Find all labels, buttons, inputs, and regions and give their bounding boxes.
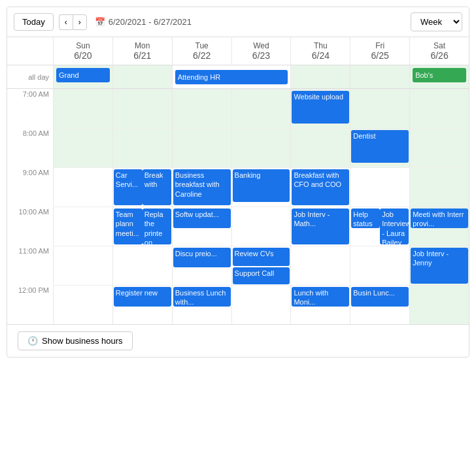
event-car-service[interactable]: Car Servi... <box>114 169 143 205</box>
view-select[interactable]: Week Day Month <box>411 12 462 31</box>
col-thu-7am[interactable]: Website upload <box>290 89 350 128</box>
day-header-tue: Tue 6/22 <box>172 37 231 65</box>
allday-cell-fri[interactable] <box>350 65 409 88</box>
col-wed-7am[interactable] <box>231 89 291 128</box>
col-fri-11am[interactable] <box>350 246 409 285</box>
calendar-icon: 📅 <box>95 17 105 27</box>
day-header-wed: Wed 6/23 <box>231 37 291 65</box>
allday-cell-thu[interactable] <box>290 65 350 88</box>
allday-cell-mon[interactable] <box>112 65 172 88</box>
today-button[interactable]: Today <box>14 13 54 31</box>
col-tue-8am[interactable] <box>172 128 231 167</box>
event-discuss-preio[interactable]: Discu preio... <box>173 248 231 267</box>
col-sat-7am[interactable] <box>409 89 469 128</box>
time-label-9am: 9:00 AM <box>7 167 53 207</box>
time-label-11am: 11:00 AM <box>7 246 53 285</box>
col-fri-10am[interactable]: Help status meeti... Job Interview - Lau… <box>350 207 409 246</box>
col-mon-11am[interactable] <box>112 246 172 285</box>
col-wed-8am[interactable] <box>231 128 291 167</box>
event-banking[interactable]: Banking <box>233 169 290 202</box>
allday-event-grand[interactable]: Grand <box>56 68 110 82</box>
col-tue-10am[interactable]: Softw updat... <box>172 207 231 246</box>
col-sat-11am[interactable]: Job Interv - Jenny <box>409 246 469 285</box>
footer: 🕐 Show business hours <box>7 324 469 357</box>
col-sun-7am[interactable] <box>53 89 112 128</box>
col-sat-9am[interactable] <box>409 167 469 207</box>
col-sun-9am[interactable] <box>53 167 112 207</box>
allday-label: all day <box>7 65 53 88</box>
clock-icon: 🕐 <box>27 336 38 346</box>
col-thu-12pm[interactable]: Lunch with Moni... <box>290 285 350 324</box>
event-meeting-internet-provider[interactable]: Meeti with Interr provi... <box>411 209 468 228</box>
time-row-12pm: 12:00 PM Register new Business Lunch wit… <box>7 285 469 324</box>
event-help-status[interactable]: Help status meeti... <box>351 209 380 228</box>
col-thu-9am[interactable]: Breakfast with CFO and COO <box>290 167 350 207</box>
event-lunch-moni[interactable]: Lunch with Moni... <box>292 287 349 307</box>
time-row-11am: 11:00 AM Discu preio... Review CVs Suppo… <box>7 246 469 285</box>
col-sat-10am[interactable]: Meeti with Interr provi... <box>409 207 469 246</box>
day-header-mon: Mon 6/21 <box>112 37 172 65</box>
event-support-call[interactable]: Support Call <box>233 267 290 284</box>
col-tue-12pm[interactable]: Business Lunch with... <box>172 285 231 324</box>
time-row-8am: 8:00 AM Dentist <box>7 128 469 167</box>
event-business-lunch[interactable]: Business Lunch with... <box>173 287 231 307</box>
event-job-interview-math[interactable]: Job Interv - Math... <box>292 209 349 244</box>
event-business-breakfast-caroline[interactable]: Business breakfast with Caroline <box>173 169 231 205</box>
col-wed-10am[interactable] <box>231 207 291 246</box>
time-label-12pm: 12:00 PM <box>7 285 53 324</box>
event-website-upload[interactable]: Website upload <box>292 91 349 124</box>
event-replace-printer[interactable]: Repla the printe on <box>143 209 171 244</box>
event-review-cvs[interactable]: Review CVs <box>233 248 290 266</box>
col-sat-8am[interactable] <box>409 128 469 167</box>
col-sun-11am[interactable] <box>53 246 112 285</box>
time-row-7am: 7:00 AM Website upload <box>7 89 469 128</box>
event-software-update[interactable]: Softw updat... <box>173 209 231 228</box>
col-wed-11am[interactable]: Review CVs Support Call <box>231 246 291 285</box>
col-wed-12pm[interactable] <box>231 285 291 324</box>
nav-buttons: ‹ › <box>59 14 87 30</box>
col-sat-12pm[interactable] <box>409 285 469 324</box>
event-register-new[interactable]: Register new <box>114 287 171 307</box>
col-mon-8am[interactable] <box>112 128 172 167</box>
event-break-with[interactable]: Break with <box>143 169 171 205</box>
col-fri-12pm[interactable]: Busin Lunc... <box>350 285 409 324</box>
col-tue-11am[interactable]: Discu preio... <box>172 246 231 285</box>
allday-row: all day Grand Attending HR Bob's <box>7 65 469 89</box>
allday-cell-sun[interactable]: Grand <box>53 65 112 88</box>
prev-button[interactable]: ‹ <box>59 14 73 30</box>
col-sun-12pm[interactable] <box>53 285 112 324</box>
day-header-fri: Fri 6/25 <box>350 37 409 65</box>
event-breakfast-cfo-coo[interactable]: Breakfast with CFO and COO <box>292 169 349 205</box>
col-tue-9am[interactable]: Business breakfast with Caroline <box>172 167 231 207</box>
event-team-planning[interactable]: Team plann meeti... <box>114 209 143 244</box>
allday-cell-tue[interactable]: Attending HR <box>172 65 291 88</box>
event-dentist[interactable]: Dentist <box>351 130 409 163</box>
event-busin-lunc[interactable]: Busin Lunc... <box>351 287 409 307</box>
col-mon-12pm[interactable]: Register new <box>112 285 172 324</box>
col-fri-8am[interactable]: Dentist <box>350 128 409 167</box>
col-mon-7am[interactable] <box>112 89 172 128</box>
col-fri-9am[interactable] <box>350 167 409 207</box>
col-thu-8am[interactable] <box>290 128 350 167</box>
event-job-interview-laura[interactable]: Job Interview - Laura Bailey <box>380 209 409 244</box>
show-business-hours-button[interactable]: 🕐 Show business hours <box>18 331 133 350</box>
col-thu-11am[interactable] <box>290 246 350 285</box>
next-button[interactable]: › <box>73 14 87 30</box>
col-tue-7am[interactable] <box>172 89 231 128</box>
col-thu-10am[interactable]: Job Interv - Math... <box>290 207 350 246</box>
time-gutter-header <box>7 37 53 65</box>
time-grid: 7:00 AM Website upload 8:00 AM Dentist <box>7 89 469 324</box>
allday-event-hr[interactable]: Attending HR <box>175 70 288 84</box>
allday-event-bobs[interactable]: Bob's <box>413 68 466 82</box>
col-fri-7am[interactable] <box>350 89 409 128</box>
time-label-10am: 10:00 AM <box>7 207 53 246</box>
col-sun-8am[interactable] <box>53 128 112 167</box>
day-header-sat: Sat 6/26 <box>409 37 469 65</box>
day-header-thu: Thu 6/24 <box>290 37 350 65</box>
col-wed-9am[interactable]: Banking <box>231 167 291 207</box>
col-sun-10am[interactable] <box>53 207 112 246</box>
col-mon-10am[interactable]: Team plann meeti... Repla the printe on <box>112 207 172 246</box>
allday-cell-sat[interactable]: Bob's <box>409 65 469 88</box>
col-mon-9am[interactable]: Car Servi... Break with <box>112 167 172 207</box>
event-job-interview-jenny[interactable]: Job Interv - Jenny <box>411 248 468 284</box>
